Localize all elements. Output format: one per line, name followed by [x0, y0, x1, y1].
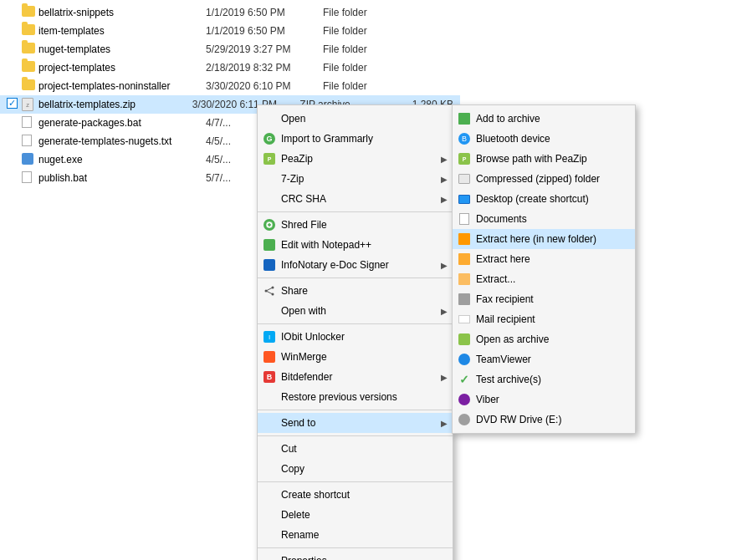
context-menu-bitdefender[interactable]: B Bitdefender ▶	[258, 367, 453, 387]
context-menu-copy[interactable]: Copy	[258, 459, 453, 479]
iobit-icon: I	[263, 330, 276, 344]
extract-dots-icon	[458, 272, 471, 286]
file-type: File folder	[323, 25, 423, 37]
context-menu-restore[interactable]: Restore previous versions	[258, 387, 453, 407]
infonotary-icon	[263, 258, 276, 272]
submenu-mail[interactable]: Mail recipient	[453, 309, 635, 329]
submenu-open-archive[interactable]: Open as archive	[453, 329, 635, 349]
bat-icon	[22, 116, 35, 130]
context-menu-notepadpp[interactable]: Edit with Notepad++	[258, 235, 453, 255]
checkbox[interactable]	[7, 153, 20, 166]
folder-icon	[22, 61, 35, 74]
sendto-submenu: Add to archive B Bluetooth device P Brow…	[452, 104, 636, 434]
file-type: File folder	[323, 7, 423, 18]
checkbox[interactable]	[7, 79, 20, 93]
context-menu-infonotary[interactable]: InfoNotary e-Doc Signer ▶	[258, 255, 453, 275]
context-menu-7zip[interactable]: 7-Zip ▶	[258, 169, 453, 189]
context-menu-properties[interactable]: Properties	[258, 551, 453, 560]
context-menu-rename[interactable]: Rename	[258, 525, 453, 545]
file-name: nuget.exe	[38, 154, 206, 165]
explorer-window: bellatrix-snippets 1/1/2019 6:50 PM File…	[0, 0, 747, 560]
context-menu-shred[interactable]: Shred File	[258, 215, 453, 235]
file-name: bellatrix-snippets	[38, 7, 206, 18]
checkbox[interactable]	[7, 171, 20, 185]
context-menu-share[interactable]: Share	[258, 281, 453, 301]
file-type: File folder	[323, 80, 423, 92]
list-item[interactable]: nuget-templates 5/29/2019 3:27 PM File f…	[0, 40, 460, 59]
context-menu-sendto[interactable]: Send to ▶	[258, 413, 453, 433]
svg-line-6	[266, 288, 273, 291]
separator	[258, 410, 453, 410]
context-menu-cut[interactable]: Cut	[258, 439, 453, 459]
context-menu-winmerge[interactable]: WinMerge	[258, 347, 453, 367]
separator	[258, 277, 453, 278]
list-item[interactable]: project-templates 2/18/2019 8:32 PM File…	[0, 59, 460, 77]
list-item[interactable]: bellatrix-snippets 1/1/2019 6:50 PM File…	[0, 3, 460, 22]
peazip-browse-icon: P	[458, 152, 471, 165]
submenu-extract[interactable]: Extract...	[453, 269, 635, 289]
list-item[interactable]: item-templates 1/1/2019 6:50 PM File fol…	[0, 22, 460, 40]
file-date: 2/18/2019 8:32 PM	[206, 62, 323, 74]
context-menu: Open G Import to Grammarly P PeaZip ▶ 7-…	[257, 104, 453, 560]
winmerge-icon	[263, 350, 276, 364]
context-menu-iobit[interactable]: I IObit Unlocker	[258, 327, 453, 347]
submenu-arrow: ▶	[441, 175, 448, 184]
submenu-compressed-folder[interactable]: Compressed (zipped) folder	[453, 169, 635, 189]
submenu-test-archive[interactable]: ✓ Test archive(s)	[453, 369, 635, 389]
bluetooth-icon: B	[458, 132, 471, 145]
checkmark-icon: ✓	[458, 373, 471, 386]
teamviewer-icon	[458, 353, 471, 366]
check-mark	[7, 98, 18, 109]
submenu-add-archive[interactable]: Add to archive	[453, 109, 635, 129]
context-menu-peazip[interactable]: P PeaZip ▶	[258, 149, 453, 169]
file-name: project-templates-noninstaller	[38, 80, 206, 92]
submenu-extract-new-folder[interactable]: Extract here (in new folder)	[453, 229, 635, 249]
context-menu-delete[interactable]: Delete	[258, 505, 453, 525]
zipped-folder-icon	[458, 172, 471, 186]
file-name: generate-packages.bat	[38, 117, 206, 129]
notepadpp-icon	[263, 238, 276, 252]
context-menu-create-shortcut[interactable]: Create shortcut	[258, 485, 453, 505]
separator	[258, 323, 453, 324]
submenu-bluetooth[interactable]: B Bluetooth device	[453, 129, 635, 149]
txt-icon	[22, 135, 35, 148]
desktop-icon	[458, 192, 471, 206]
submenu-viber[interactable]: Viber	[453, 389, 635, 410]
file-date: 5/29/2019 3:27 PM	[206, 43, 323, 55]
context-menu-open[interactable]: Open	[258, 109, 453, 129]
context-menu-grammarly[interactable]: G Import to Grammarly	[258, 129, 453, 149]
checkbox[interactable]	[7, 24, 20, 38]
file-type: File folder	[323, 43, 423, 55]
submenu-fax[interactable]: Fax recipient	[453, 289, 635, 309]
list-item[interactable]: project-templates-noninstaller 3/30/2020…	[0, 77, 460, 95]
checkbox[interactable]	[7, 61, 20, 74]
peazip-icon: P	[263, 152, 276, 165]
bitdefender-icon: B	[263, 370, 276, 384]
separator	[258, 211, 453, 212]
submenu-arrow: ▶	[441, 373, 448, 382]
context-menu-crcsha[interactable]: CRC SHA ▶	[258, 189, 453, 209]
checkbox[interactable]	[7, 6, 20, 19]
file-date: 1/1/2019 6:50 PM	[206, 25, 323, 37]
checkbox[interactable]	[7, 98, 20, 111]
documents-icon	[458, 212, 471, 226]
viber-icon	[458, 393, 471, 406]
checkbox[interactable]	[7, 135, 20, 148]
archive-green-icon	[458, 112, 471, 125]
shred-icon	[263, 218, 276, 232]
submenu-desktop[interactable]: Desktop (create shortcut)	[453, 189, 635, 209]
submenu-teamviewer[interactable]: TeamViewer	[453, 349, 635, 369]
checkbox[interactable]	[7, 43, 20, 56]
context-menu-openwith[interactable]: Open with ▶	[258, 301, 453, 321]
bat-icon	[22, 171, 35, 185]
dvd-icon	[458, 413, 471, 426]
submenu-dvd[interactable]: DVD RW Drive (E:)	[453, 410, 635, 430]
checkbox[interactable]	[7, 116, 20, 130]
submenu-documents[interactable]: Documents	[453, 209, 635, 229]
zip-icon: Z	[22, 98, 35, 111]
separator	[258, 435, 453, 436]
submenu-arrow: ▶	[441, 195, 448, 204]
submenu-extract-here[interactable]: Extract here	[453, 249, 635, 269]
file-name: bellatrix-templates.zip	[38, 99, 192, 110]
submenu-browse-peazip[interactable]: P Browse path with PeaZip	[453, 149, 635, 169]
